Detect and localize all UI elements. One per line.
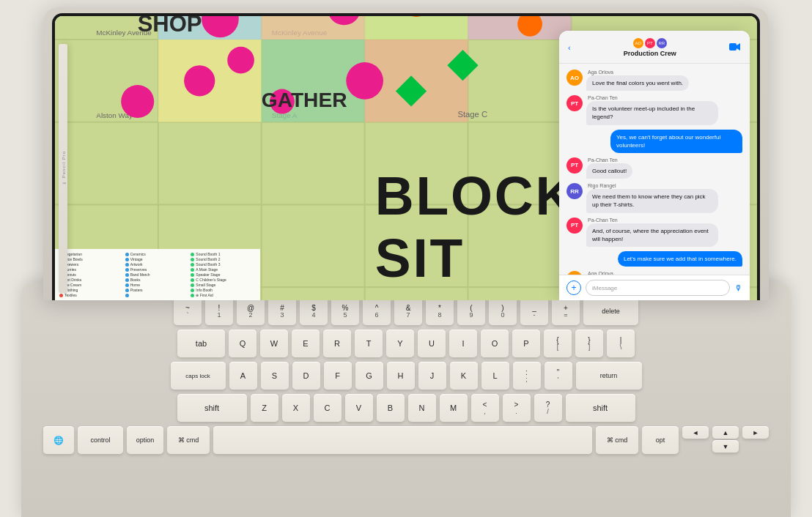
key-v[interactable]: V — [345, 394, 373, 422]
key-d[interactable]: D — [292, 362, 320, 390]
key-2[interactable]: @2 — [237, 297, 265, 325]
key-6[interactable]: ^6 — [363, 297, 391, 325]
imessage-input[interactable]: iMessage — [586, 280, 730, 296]
pencil-label: ✏ Pencil Pro — [61, 151, 66, 186]
legend-item: ⊕ First Aid — [191, 293, 256, 297]
svg-text:BLOCK: BLOCK — [375, 166, 577, 226]
key-f[interactable]: F — [324, 362, 352, 390]
key-row-zxcv: shift Z X C V B N M <, >. ?/ shift — [43, 394, 769, 422]
key-l[interactable]: L — [481, 362, 509, 390]
back-button[interactable]: ‹ — [568, 43, 571, 52]
message-sender: Aga Orlova — [586, 70, 689, 75]
left-arrow-key[interactable]: ◄ — [682, 426, 709, 439]
tab-key[interactable]: tab — [177, 330, 225, 357]
caps-lock-key[interactable]: caps lock — [171, 362, 226, 390]
key-n[interactable]: N — [408, 394, 436, 422]
legend-item: Sound Booth 3 — [191, 262, 256, 267]
key-semicolon[interactable]: :; — [513, 362, 541, 390]
down-arrow-key[interactable]: ▼ — [712, 440, 739, 453]
return-key[interactable]: return — [576, 362, 642, 390]
key-y[interactable]: Y — [386, 330, 414, 357]
key-7[interactable]: &7 — [394, 297, 422, 325]
key-c[interactable]: C — [314, 394, 342, 422]
key-r[interactable]: R — [323, 330, 351, 357]
key-1[interactable]: !1 — [205, 297, 233, 325]
right-arrow-key[interactable]: ► — [742, 426, 769, 439]
message-sender: Pa-Chan Ten — [586, 217, 718, 223]
avatar: RR — [657, 38, 667, 48]
message-bubble: Is the volunteer meet-up included in the… — [586, 101, 718, 124]
key-5[interactable]: %5 — [331, 297, 359, 325]
key-z[interactable]: Z — [251, 394, 278, 422]
video-call-button[interactable] — [729, 42, 741, 53]
message-bubble: Let's make sure we add that in somewhere… — [618, 251, 742, 267]
key-e[interactable]: E — [292, 330, 320, 357]
key-0[interactable]: )0 — [489, 297, 517, 325]
messages-body: AO Aga Orlova Love the final colors you … — [559, 64, 750, 275]
svg-text:SIT: SIT — [375, 228, 465, 289]
key-3[interactable]: #3 — [268, 297, 296, 325]
legend-item: Hot Drinks — [59, 278, 125, 282]
legend-item: Band Merch — [125, 272, 191, 277]
legend-item: Vegetarian — [59, 252, 125, 256]
key-p[interactable]: P — [512, 330, 540, 357]
key-period[interactable]: >. — [503, 394, 531, 422]
globe-key[interactable]: 🌐 — [43, 426, 74, 454]
key-i[interactable]: I — [449, 330, 477, 357]
key-x[interactable]: X — [282, 394, 310, 422]
key-minus[interactable]: _- — [520, 297, 548, 325]
key-s[interactable]: S — [261, 362, 289, 390]
key-a[interactable]: A — [229, 362, 257, 390]
message-row: RR Rigo Rangel We need them to know wher… — [566, 183, 742, 212]
right-shift-key[interactable]: shift — [566, 394, 635, 422]
key-t[interactable]: T — [355, 330, 383, 357]
key-h[interactable]: H — [387, 362, 415, 390]
key-bracket-close[interactable]: }] — [575, 330, 603, 357]
key-bracket-open[interactable]: {[ — [544, 330, 572, 357]
legend-item: Artwork — [125, 262, 191, 267]
message-content: Yes, we can't forget about our wonderful… — [610, 130, 742, 153]
key-row-bottom: 🌐 control option ⌘ cmd ⌘ cmd opt ◄ ▲ ▼ ► — [43, 426, 769, 454]
legend-item: A Main Stage — [191, 267, 256, 272]
svg-rect-46 — [729, 43, 737, 51]
legend-item: Sound Booth 2 — [191, 257, 256, 261]
key-j[interactable]: J — [418, 362, 446, 390]
control-key[interactable]: control — [78, 426, 123, 454]
key-comma[interactable]: <, — [471, 394, 499, 422]
left-shift-key[interactable]: shift — [177, 394, 247, 422]
key-4[interactable]: $4 — [300, 297, 328, 325]
key-9[interactable]: (9 — [457, 297, 485, 325]
space-key[interactable] — [213, 426, 592, 454]
key-backslash[interactable]: |\ — [607, 330, 635, 357]
svg-text:SHOP: SHOP — [138, 16, 202, 37]
key-u[interactable]: U — [418, 330, 446, 357]
key-g[interactable]: G — [355, 362, 383, 390]
key-8[interactable]: *8 — [426, 297, 454, 325]
up-arrow-key[interactable]: ▲ — [712, 426, 739, 439]
key-slash[interactable]: ?/ — [534, 394, 562, 422]
key-o[interactable]: O — [481, 330, 509, 357]
message-row: Yes, we can't forget about our wonderful… — [566, 130, 742, 153]
left-cmd-key[interactable]: ⌘ cmd — [167, 426, 210, 454]
delete-key[interactable]: delete — [583, 297, 638, 325]
right-cmd-key[interactable]: ⌘ cmd — [596, 426, 638, 454]
svg-text:GATHER: GATHER — [262, 88, 347, 111]
right-opt-key[interactable]: opt — [642, 426, 679, 454]
group-chat-name: Production Crew — [577, 50, 723, 57]
key-m[interactable]: M — [440, 394, 468, 422]
key-quote[interactable]: "' — [545, 362, 572, 390]
message-row: PT Pa-Chan Ten Good callout! — [566, 157, 742, 179]
key-w[interactable]: W — [260, 330, 288, 357]
key-k[interactable]: K — [450, 362, 478, 390]
microphone-button[interactable]: 🎙 — [734, 283, 742, 292]
input-placeholder: iMessage — [592, 285, 617, 291]
option-key[interactable]: option — [127, 426, 163, 454]
key-b[interactable]: B — [377, 394, 405, 422]
key-tilde-grave[interactable]: ~` — [174, 297, 202, 325]
key-q[interactable]: Q — [229, 330, 256, 357]
key-equals[interactable]: += — [552, 297, 580, 325]
ipad-screen-bezel: McKinley Avenue Alston Way McKinley Aven… — [52, 13, 760, 300]
legend-item: Clothing — [59, 288, 125, 292]
add-attachment-button[interactable]: + — [566, 280, 581, 295]
avatar: AO — [633, 38, 643, 48]
